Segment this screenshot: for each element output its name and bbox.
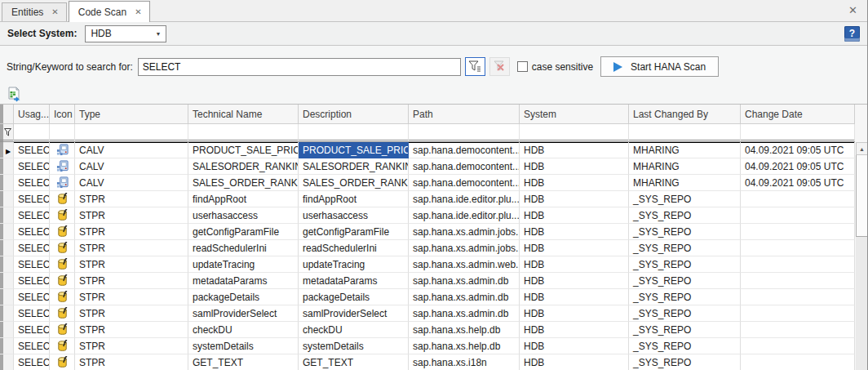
change-date-cell[interactable]	[741, 256, 855, 273]
last-changed-by-cell[interactable]: _SYS_REPO	[629, 354, 741, 370]
path-cell[interactable]: sap.hana.xs.admin.jobs...	[409, 240, 520, 256]
last-changed-by-cell[interactable]: _SYS_REPO	[629, 322, 741, 338]
usage-cell[interactable]: SELECT	[14, 256, 50, 273]
change-date-cell[interactable]	[741, 354, 855, 370]
description-cell[interactable]: getConfigParamFile	[299, 224, 409, 240]
usage-cell[interactable]: SELECT	[14, 191, 50, 207]
vertical-scrollbar[interactable]: ▲	[856, 142, 868, 370]
search-input[interactable]	[138, 58, 461, 76]
table-row[interactable]: SELECT STPR findAppRoot findAppRoot sap.…	[0, 191, 855, 207]
start-hana-scan-button[interactable]: Start HANA Scan	[600, 56, 719, 77]
description-cell[interactable]: updateTracing	[299, 256, 409, 273]
system-cell[interactable]: HDB	[520, 256, 629, 273]
change-date-cell[interactable]: 04.09.2021 09:05 UTC	[741, 158, 855, 175]
tab-code-scan[interactable]: Code Scan ✕	[69, 1, 150, 22]
scroll-up-button[interactable]: ▲	[856, 142, 868, 155]
description-cell[interactable]: systemDetails	[299, 338, 409, 354]
filter-cell-type[interactable]	[75, 124, 188, 142]
technical-name-cell[interactable]: SALES_ORDER_RANKIN...	[188, 175, 299, 191]
system-cell[interactable]: HDB	[520, 338, 629, 354]
filter-cell-change-date[interactable]	[741, 124, 855, 142]
usage-cell[interactable]: SELECT	[14, 142, 50, 158]
technical-name-cell[interactable]: readSchedulerIni	[188, 240, 299, 256]
last-changed-by-cell[interactable]: MHARING	[629, 175, 741, 191]
panel-close-icon[interactable]: ✕	[848, 5, 857, 16]
type-cell[interactable]: STPR	[75, 354, 188, 370]
system-cell[interactable]: HDB	[520, 289, 629, 305]
filter-cell-description[interactable]	[299, 124, 409, 142]
filter-cell-last-changed-by[interactable]	[629, 124, 741, 142]
table-row[interactable]: SELECT STPR packageDetails packageDetail…	[0, 289, 855, 305]
path-cell[interactable]: sap.hana.xs.admin.db	[409, 305, 520, 322]
column-header-path[interactable]: Path	[409, 105, 520, 124]
description-cell[interactable]: SALES_ORDER_RANKIN...	[299, 175, 409, 191]
table-row[interactable]: SELECT STPR getConfigParamFile getConfig…	[0, 224, 855, 240]
column-header-last-changed-by[interactable]: Last Changed By	[629, 105, 741, 124]
system-cell[interactable]: HDB	[520, 191, 629, 207]
table-row[interactable]: SELECT STPR metadataParams metadataParam…	[0, 273, 855, 289]
system-cell[interactable]: HDB	[520, 175, 629, 191]
description-cell[interactable]: PRODUCT_SALE_PRICE	[299, 142, 409, 158]
type-cell[interactable]: STPR	[75, 305, 188, 322]
path-cell[interactable]: sap.hana.democontent....	[409, 142, 520, 158]
usage-cell[interactable]: SELECT	[14, 338, 50, 354]
description-cell[interactable]: packageDetails	[299, 289, 409, 305]
description-cell[interactable]: checkDU	[299, 322, 409, 338]
description-cell[interactable]: userhasaccess	[299, 207, 409, 224]
system-cell[interactable]: HDB	[520, 142, 629, 158]
last-changed-by-cell[interactable]: _SYS_REPO	[629, 305, 741, 322]
description-cell[interactable]: GET_TEXT	[299, 354, 409, 370]
type-cell[interactable]: STPR	[75, 224, 188, 240]
table-row[interactable]: SELECT CALV SALESORDER_RANKING... SALESO…	[0, 158, 855, 175]
path-cell[interactable]: sap.hana.democontent....	[409, 158, 520, 175]
description-cell[interactable]: SALESORDER_RANKING...	[299, 158, 409, 175]
change-date-cell[interactable]	[741, 289, 855, 305]
table-row[interactable]: ▶ SELECT CALV PRODUCT_SALE_PRICE PRODUCT…	[0, 142, 855, 158]
type-cell[interactable]: STPR	[75, 338, 188, 354]
type-cell[interactable]: STPR	[75, 256, 188, 273]
description-cell[interactable]: samlProviderSelect	[299, 305, 409, 322]
description-cell[interactable]: findAppRoot	[299, 191, 409, 207]
filter-cell-technical-name[interactable]	[188, 124, 299, 142]
path-cell[interactable]: sap.hana.ide.editor.plu...	[409, 191, 520, 207]
technical-name-cell[interactable]: samlProviderSelect	[188, 305, 299, 322]
path-cell[interactable]: sap.hana.democontent....	[409, 175, 520, 191]
change-date-cell[interactable]	[741, 191, 855, 207]
system-cell[interactable]: HDB	[520, 207, 629, 224]
path-cell[interactable]: sap.hana.xs.admin.db	[409, 289, 520, 305]
table-row[interactable]: SELECT STPR userhasaccess userhasaccess …	[0, 207, 855, 224]
technical-name-cell[interactable]: metadataParams	[188, 273, 299, 289]
system-cell[interactable]: HDB	[520, 322, 629, 338]
last-changed-by-cell[interactable]: _SYS_REPO	[629, 240, 741, 256]
filter-cell-icon[interactable]	[50, 124, 75, 142]
last-changed-by-cell[interactable]: MHARING	[629, 142, 741, 158]
last-changed-by-cell[interactable]: _SYS_REPO	[629, 256, 741, 273]
usage-cell[interactable]: SELECT	[14, 289, 50, 305]
help-button[interactable]: ?	[844, 26, 860, 42]
description-cell[interactable]: readSchedulerIni	[299, 240, 409, 256]
change-date-cell[interactable]: 04.09.2021 09:05 UTC	[741, 175, 855, 191]
usage-cell[interactable]: SELECT	[14, 354, 50, 370]
table-row[interactable]: SELECT STPR checkDU checkDU sap.hana.xs.…	[0, 322, 855, 338]
last-changed-by-cell[interactable]: _SYS_REPO	[629, 273, 741, 289]
column-header-icon[interactable]: Icon	[50, 105, 75, 124]
type-cell[interactable]: STPR	[75, 322, 188, 338]
technical-name-cell[interactable]: checkDU	[188, 322, 299, 338]
usage-cell[interactable]: SELECT	[14, 175, 50, 191]
type-cell[interactable]: STPR	[75, 240, 188, 256]
column-header-type[interactable]: Type	[75, 105, 188, 124]
usage-cell[interactable]: SELECT	[14, 322, 50, 338]
technical-name-cell[interactable]: SALESORDER_RANKING...	[188, 158, 299, 175]
technical-name-cell[interactable]: getConfigParamFile	[188, 224, 299, 240]
usage-cell[interactable]: SELECT	[14, 224, 50, 240]
system-cell[interactable]: HDB	[520, 158, 629, 175]
table-row[interactable]: SELECT STPR samlProviderSelect samlProvi…	[0, 305, 855, 322]
change-date-cell[interactable]	[741, 273, 855, 289]
type-cell[interactable]: CALV	[75, 158, 188, 175]
technical-name-cell[interactable]: systemDetails	[188, 338, 299, 354]
usage-cell[interactable]: SELECT	[14, 240, 50, 256]
type-cell[interactable]: STPR	[75, 191, 188, 207]
filter-cell-usage[interactable]	[14, 124, 50, 142]
system-cell[interactable]: HDB	[520, 273, 629, 289]
type-cell[interactable]: CALV	[75, 175, 188, 191]
